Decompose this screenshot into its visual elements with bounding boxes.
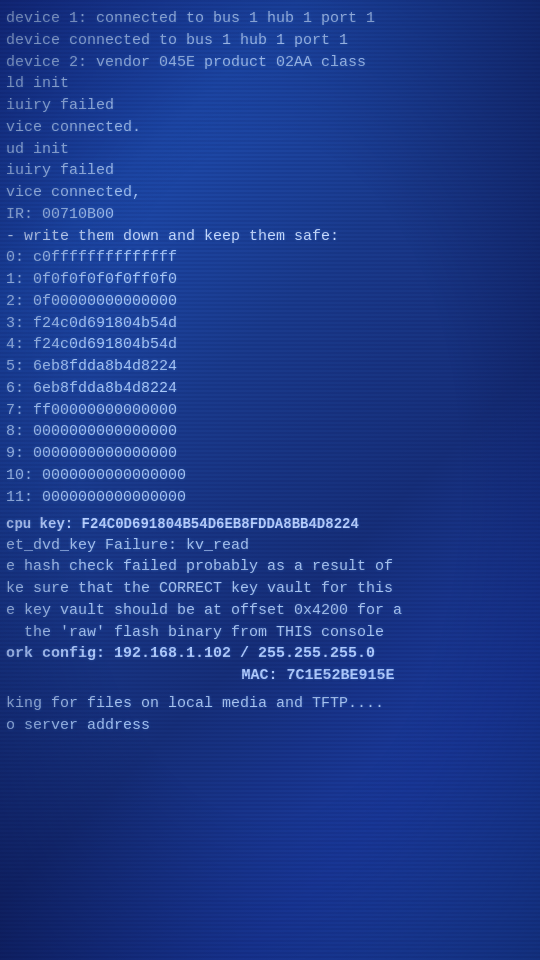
terminal-line: 5: 6eb8fdda8b4d8224	[6, 356, 534, 378]
terminal-line: e key vault should be at offset 0x4200 f…	[6, 600, 534, 622]
terminal-line: 10: 0000000000000000	[6, 465, 534, 487]
terminal-line: vice connected,	[6, 182, 534, 204]
terminal-line: 6: 6eb8fdda8b4d8224	[6, 378, 534, 400]
terminal-line: 11: 0000000000000000	[6, 487, 534, 509]
terminal-line: o server address	[6, 715, 534, 737]
terminal-line: 4: f24c0d691804b54d	[6, 334, 534, 356]
terminal-line: 9: 0000000000000000	[6, 443, 534, 465]
terminal-line: 3: f24c0d691804b54d	[6, 313, 534, 335]
terminal-line: - write them down and keep them safe:	[6, 226, 534, 248]
terminal-line: 0: c0ffffffffffffff	[6, 247, 534, 269]
terminal-line: 2: 0f00000000000000	[6, 291, 534, 313]
terminal-line: 1: 0f0f0f0f0f0ff0f0	[6, 269, 534, 291]
terminal-line: device 1: connected to bus 1 hub 1 port …	[6, 8, 534, 30]
terminal-line: ld init	[6, 73, 534, 95]
terminal-line: IR: 00710B00	[6, 204, 534, 226]
terminal-output: device 1: connected to bus 1 hub 1 port …	[6, 8, 534, 736]
terminal-line: iuiry failed	[6, 95, 534, 117]
terminal-line: e hash check failed probably as a result…	[6, 556, 534, 578]
terminal-line: iuiry failed	[6, 160, 534, 182]
terminal-line: et_dvd_key Failure: kv_read	[6, 535, 534, 557]
terminal-line: king for files on local media and TFTP..…	[6, 693, 534, 715]
terminal-line: cpu key: F24C0D691804B54D6EB8FDDA8BB4D82…	[6, 514, 534, 534]
terminal-line: ud init	[6, 139, 534, 161]
terminal-line: 8: 0000000000000000	[6, 421, 534, 443]
terminal-line: device 2: vendor 045E product 02AA class	[6, 52, 534, 74]
terminal-line: MAC: 7C1E52BE915E	[6, 665, 534, 687]
terminal-line: device connected to bus 1 hub 1 port 1	[6, 30, 534, 52]
terminal-line: the 'raw' flash binary from THIS console	[6, 622, 534, 644]
terminal-line: ork config: 192.168.1.102 / 255.255.255.…	[6, 643, 534, 665]
terminal-line: vice connected.	[6, 117, 534, 139]
terminal-line: 7: ff00000000000000	[6, 400, 534, 422]
terminal-line: ke sure that the CORRECT key vault for t…	[6, 578, 534, 600]
